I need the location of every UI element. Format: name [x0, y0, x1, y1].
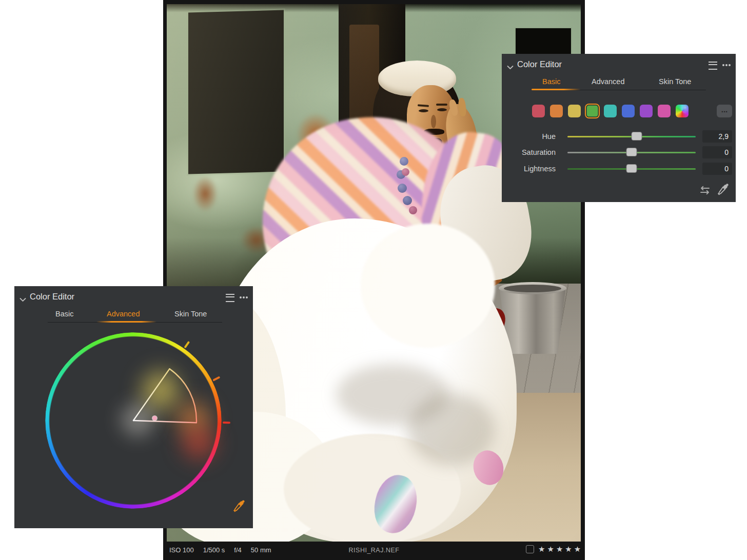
- lightness-slider[interactable]: [567, 168, 696, 170]
- compare-arrows-icon[interactable]: [699, 185, 711, 197]
- saturation-slider-row: Saturation 0: [502, 144, 736, 161]
- app-canvas: ISO 100 1/500 s f/4 50 mm RISHI_RAJ.NEF …: [0, 0, 747, 560]
- wedge-handle-dot[interactable]: [152, 416, 157, 421]
- panel-title: Color Editor: [30, 292, 74, 302]
- tab-skin-tone[interactable]: Skin Tone: [174, 310, 207, 318]
- tab-skin-tone[interactable]: Skin Tone: [659, 77, 691, 86]
- lightness-value-field[interactable]: 0: [702, 163, 732, 175]
- viewer-status-bar: ISO 100 1/500 s f/4 50 mm RISHI_RAJ.NEF …: [163, 542, 585, 560]
- swatch-orange[interactable]: [550, 105, 563, 117]
- exif-shutter: 1/500 s: [203, 546, 225, 554]
- star-rating[interactable]: ★★★★★: [538, 545, 583, 554]
- swatch-magenta[interactable]: [658, 105, 671, 117]
- hamburger-menu-icon[interactable]: [709, 62, 717, 70]
- ellipsis-menu-icon[interactable]: [240, 296, 242, 298]
- active-tab-underline: [532, 89, 581, 90]
- chevron-down-icon[interactable]: [19, 295, 26, 304]
- exif-readout: ISO 100 1/500 s f/4 50 mm: [169, 546, 271, 554]
- swatch-purple[interactable]: [640, 105, 653, 117]
- lightness-slider-row: Lightness 0: [502, 161, 736, 177]
- image-filename: RISHI_RAJ.NEF: [349, 547, 400, 554]
- lightness-label: Lightness: [502, 165, 556, 173]
- saturation-label: Saturation: [502, 148, 556, 156]
- active-tab-underline: [96, 321, 156, 323]
- color-editor-panel-advanced: Color Editor Basic Advanced Skin Tone: [14, 286, 253, 528]
- hue-slider[interactable]: [567, 136, 696, 137]
- color-wheel[interactable]: [45, 332, 222, 509]
- lightness-slider-thumb[interactable]: [626, 164, 637, 173]
- color-editor-panel-basic: Color Editor Basic Advanced Skin Tone ..…: [502, 54, 736, 202]
- hamburger-menu-icon[interactable]: [226, 294, 234, 302]
- eyedropper-icon[interactable]: [715, 183, 729, 199]
- saturation-slider[interactable]: [567, 152, 696, 153]
- exif-iso: ISO 100: [169, 546, 194, 554]
- hue-slider-thumb[interactable]: [632, 132, 642, 141]
- exif-focal-length: 50 mm: [251, 546, 271, 554]
- tab-advanced[interactable]: Advanced: [107, 310, 140, 318]
- panel-title: Color Editor: [517, 59, 562, 69]
- eyedropper-icon-active[interactable]: [231, 499, 245, 516]
- saturation-value-field[interactable]: 0: [702, 146, 732, 158]
- color-tag-checkbox[interactable]: [526, 545, 534, 553]
- tab-basic[interactable]: Basic: [542, 77, 560, 86]
- hue-label: Hue: [502, 132, 556, 141]
- hue-slider-row: Hue 2,9: [502, 128, 736, 145]
- more-swatches-button[interactable]: ...: [717, 105, 732, 117]
- chevron-down-icon[interactable]: [507, 63, 514, 72]
- swatch-green[interactable]: [586, 105, 599, 117]
- swatch-blue[interactable]: [622, 105, 635, 117]
- swatch-red[interactable]: [532, 105, 545, 117]
- exif-aperture: f/4: [234, 546, 241, 554]
- ellipsis-menu-icon[interactable]: [722, 64, 724, 66]
- saturation-slider-thumb[interactable]: [626, 148, 637, 156]
- hue-value-field[interactable]: 2,9: [702, 130, 732, 143]
- tab-basic[interactable]: Basic: [55, 310, 73, 318]
- swatch-spectrum[interactable]: [676, 105, 689, 117]
- swatch-teal[interactable]: [604, 105, 617, 117]
- tab-advanced[interactable]: Advanced: [592, 77, 625, 86]
- selection-wedge[interactable]: [45, 332, 222, 509]
- swatch-yellow[interactable]: [568, 105, 581, 117]
